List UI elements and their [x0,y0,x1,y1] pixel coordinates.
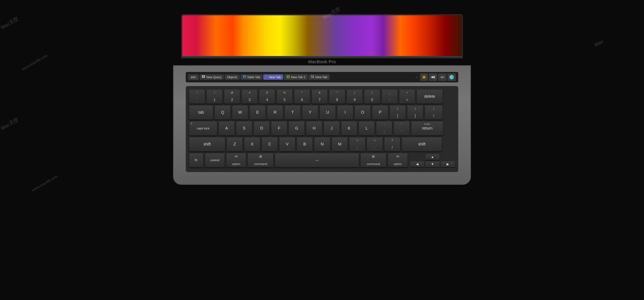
touchbar-siri[interactable] [448,73,456,81]
key-y[interactable]: Y [302,105,318,120]
key-d[interactable]: D [254,121,270,136]
touchbar-table-tab[interactable]: Table Tab [240,74,262,80]
watermark-5: Mac [594,38,604,48]
key-n[interactable]: N [314,137,330,152]
key-period[interactable]: > . [367,137,383,152]
key-4[interactable]: $ 4 [259,89,275,104]
svg-rect-14 [311,77,312,78]
key-arrow-down[interactable]: ▼ [425,161,440,167]
table-icon [243,75,246,79]
key-5[interactable]: % 5 [276,89,292,104]
key-a[interactable]: A [218,121,235,136]
key-backslash[interactable]: | \ [425,105,443,120]
touchbar-brightness[interactable] [420,73,428,81]
key-3[interactable]: # 3 [242,89,258,104]
device-title: MacBook Pro [308,59,336,65]
key-right-bracket[interactable]: } ] [407,105,423,120]
fx-icon: ƒx [266,76,268,79]
key-right-option[interactable]: alt option [388,153,408,167]
key-tilde-grave[interactable]: ~ ` [189,89,205,104]
key-0[interactable]: ) 0 [364,89,380,104]
key-space[interactable]: ⌣ [275,153,359,167]
key-r[interactable]: R [267,105,283,120]
touchbar-volume-up[interactable] [429,73,437,81]
key-s[interactable]: S [236,121,252,136]
key-f[interactable]: F [271,121,287,136]
key-x[interactable]: X [244,137,260,152]
touch-bar: esc New Query Objects [186,72,458,82]
svg-rect-6 [245,76,246,77]
macbook-container: MacBook Pro esc New Query Obj [163,14,481,286]
key-c[interactable]: C [262,137,278,152]
key-v[interactable]: V [279,137,295,152]
world-icon [286,75,290,79]
key-equals[interactable]: + = [399,89,415,104]
esc-key[interactable]: esc [188,74,199,80]
key-row-4: shift Z X C V B N M < , > . ? [189,137,455,152]
key-p[interactable]: P [372,105,388,120]
key-k[interactable]: K [341,121,357,136]
key-w[interactable]: W [232,105,248,120]
key-h[interactable]: H [306,121,322,136]
svg-rect-8 [245,77,246,78]
screen-bottom-bar [182,56,462,57]
key-l[interactable]: L [359,121,375,136]
key-o[interactable]: O [354,105,371,120]
svg-rect-2 [202,77,203,78]
key-e[interactable]: E [250,105,266,120]
key-right-command[interactable]: ⌘ command [360,153,386,167]
key-arrow-left[interactable]: ◀ [410,161,424,167]
touchbar-new-tab-2[interactable]: New Tab 2 [284,74,308,80]
key-6[interactable]: ^ 6 [294,89,310,104]
key-semicolon[interactable]: : ; [376,121,392,136]
key-i[interactable]: I [337,105,353,120]
key-slash[interactable]: ? / [384,137,400,152]
key-7[interactable]: & 7 [312,89,328,104]
key-8[interactable]: * 8 [329,89,345,104]
touchbar-chevron[interactable]: ‹ [415,75,419,79]
key-z[interactable]: Z [226,137,243,152]
watermark-2: www.mac69.com [21,53,48,72]
touchbar-objects[interactable]: Objects [224,74,240,80]
key-tab[interactable]: tab [189,105,213,120]
key-delete[interactable]: delete [416,89,443,104]
screen-bezel [181,14,463,59]
key-caps-lock[interactable]: caps lock [189,121,217,136]
key-m[interactable]: M [332,137,348,152]
key-row-3: caps lock A S D F G H J K L : ; " ' [189,121,455,136]
keyboard-body: esc New Query Objects [173,65,471,185]
key-9[interactable]: ( 9 [346,89,363,104]
touchbar-view-tab[interactable]: View Tab [308,74,330,80]
key-q[interactable]: Q [214,105,231,120]
key-u[interactable]: U [320,105,336,120]
brightness-icon [422,75,426,79]
key-t[interactable]: T [284,105,301,120]
svg-line-24 [422,78,423,79]
svg-rect-7 [243,77,244,78]
key-quote[interactable]: " ' [394,121,410,136]
watermark-4: www.mac69.com [31,174,58,192]
key-1[interactable]: ! 1 [206,89,222,104]
key-left-command[interactable]: ⌘ command [248,153,274,167]
touchbar-volume-mute[interactable] [438,73,446,81]
key-minus[interactable]: _ - [382,89,398,104]
touchbar-new-query[interactable]: New Query [200,74,224,80]
key-2[interactable]: @ 2 [224,89,240,104]
key-enter[interactable]: enter return [411,121,443,136]
key-fn[interactable]: fn [189,153,204,167]
key-left-shift[interactable]: shift [189,137,225,152]
touchbar-new-tab[interactable]: ƒx New Tab [263,74,283,80]
key-row-1: ~ ` ! 1 @ 2 # 3 $ 4 [189,89,455,104]
key-left-option[interactable]: alt option [226,153,246,167]
svg-line-23 [425,76,426,76]
key-b[interactable]: B [297,137,313,152]
key-arrow-right[interactable]: ▶ [440,161,455,167]
key-right-shift[interactable]: shift [402,137,442,152]
key-arrow-up[interactable]: ▲ [425,154,440,160]
key-left-bracket[interactable]: { [ [390,105,406,120]
svg-rect-3 [204,77,205,78]
key-comma[interactable]: < , [349,137,365,152]
key-control[interactable]: control [205,153,225,167]
key-j[interactable]: J [324,121,340,136]
key-g[interactable]: G [288,121,305,136]
